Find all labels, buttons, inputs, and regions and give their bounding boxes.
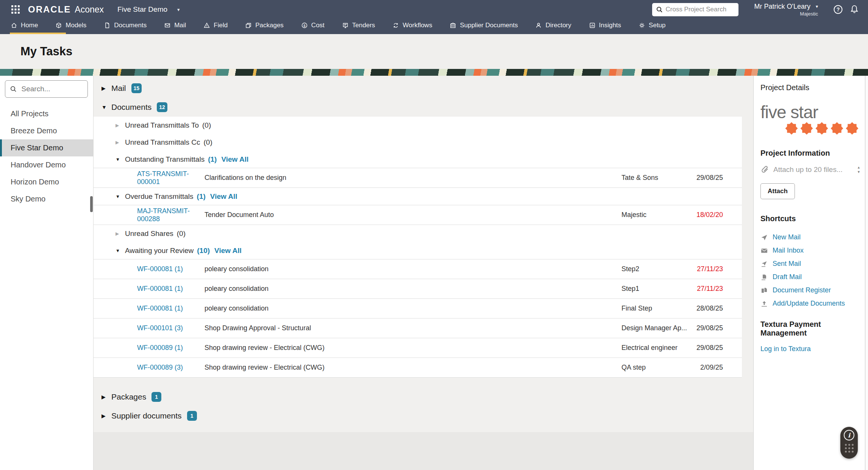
- sidebar-item-horizon-demo[interactable]: Horizon Demo: [0, 173, 93, 190]
- attach-button[interactable]: Attach: [760, 183, 795, 199]
- nav-item-packages[interactable]: Packages: [245, 17, 284, 34]
- field-warning-icon: [203, 22, 210, 29]
- sidebar-scrollbar[interactable]: [90, 196, 93, 212]
- sidebar-search[interactable]: [5, 80, 88, 98]
- shortcut-sent-mail[interactable]: Sent Mail: [773, 260, 801, 268]
- sidebar-item-breeze-demo[interactable]: Breeze Demo: [0, 122, 93, 139]
- nav-item-directory[interactable]: Directory: [535, 17, 571, 34]
- section-mail[interactable]: ▶ Mail 15: [94, 79, 753, 98]
- user-menu[interactable]: Mr Patrick O'Leary ▾ Majestic: [754, 3, 818, 17]
- app-launcher-icon[interactable]: [11, 5, 20, 14]
- subsection-label: Awaiting your Review: [125, 247, 194, 255]
- row-step: Step1: [621, 285, 693, 293]
- assistant-widget[interactable]: i: [840, 427, 858, 459]
- shortcut-document-register[interactable]: Document Register: [773, 286, 831, 294]
- subsection-unread-transmittals-cc[interactable]: ▶ Unread Transmittals Cc (0): [94, 134, 742, 151]
- textura-login-link[interactable]: Log in to Textura: [760, 345, 811, 353]
- cost-dollar-icon: $: [301, 22, 308, 29]
- project-logo-text: five star: [760, 102, 861, 122]
- nav-item-home[interactable]: Home: [11, 17, 38, 34]
- subsection-count: (1): [208, 155, 217, 164]
- section-label: Mail: [111, 84, 126, 93]
- packages-count-badge: 1: [151, 392, 161, 402]
- cross-project-search-input[interactable]: [666, 6, 735, 13]
- sidebar-item-handover-demo[interactable]: Handover Demo: [0, 156, 93, 173]
- packages-icon: [245, 22, 252, 29]
- search-icon: [656, 6, 663, 13]
- paperclip-icon: [760, 165, 770, 174]
- subsection-awaiting-your-review[interactable]: ▼ Awaiting your Review (10) View All: [94, 242, 742, 259]
- nav-item-workflows[interactable]: Workflows: [392, 17, 432, 34]
- view-all-link[interactable]: View All: [221, 155, 248, 164]
- sidebar-item-five-star-demo[interactable]: Five Star Demo: [0, 139, 93, 156]
- workflow-link[interactable]: WF-000081 (1): [137, 285, 205, 293]
- nav-label: Field: [214, 22, 228, 29]
- table-row: WF-000081 (1) poleary consolidation Step…: [94, 279, 742, 299]
- workflow-link[interactable]: WF-000089 (3): [137, 364, 205, 372]
- sent-mail-icon: [760, 260, 768, 268]
- section-supplier-documents[interactable]: ▶ Supplier documents 1: [94, 406, 753, 425]
- transmittal-link[interactable]: ATS-TRANSMIT-000001: [137, 170, 205, 186]
- notifications-bell-icon[interactable]: [850, 5, 859, 14]
- page-scrollbar[interactable]: [865, 76, 868, 470]
- subsection-overdue-transmittals[interactable]: ▼ Overdue Transmittals (1) View All: [94, 188, 742, 205]
- shortcut-add-update-documents[interactable]: Add/Update Documents: [773, 300, 845, 308]
- view-all-link[interactable]: View All: [210, 192, 237, 201]
- content-footer-area: [94, 432, 753, 470]
- subsection-unread-shares[interactable]: ▶ Unread Shares (0): [94, 225, 742, 242]
- row-step: Electrical engineer: [621, 344, 693, 352]
- section-packages[interactable]: ▶ Packages 1: [94, 387, 753, 406]
- sidebar-item-sky-demo[interactable]: Sky Demo: [0, 190, 93, 208]
- shortcut-mail-inbox[interactable]: Mail Inbox: [773, 247, 804, 255]
- cross-project-search[interactable]: [652, 3, 738, 16]
- nav-label: Home: [21, 22, 38, 29]
- nav-item-documents[interactable]: Documents: [104, 17, 147, 34]
- table-row: WF-000081 (1) poleary consolidation Fina…: [94, 299, 742, 319]
- nav-item-supplier-documents[interactable]: Supplier Documents: [450, 17, 518, 34]
- spinner-arrows-icon[interactable]: ▲▼: [857, 166, 860, 174]
- subsection-count: (0): [204, 138, 212, 147]
- directory-person-icon: [535, 22, 542, 29]
- awaiting-review-rows: WF-000081 (1) poleary consolidation Step…: [94, 259, 742, 378]
- transmittal-link[interactable]: MAJ-TRANSMIT-000288: [137, 207, 205, 223]
- view-all-link[interactable]: View All: [214, 247, 242, 255]
- table-row: ATS-TRANSMIT-000001 Clarifications on th…: [94, 168, 742, 188]
- user-organization: Majestic: [754, 11, 818, 17]
- workflow-link[interactable]: WF-000081 (1): [137, 265, 205, 273]
- nav-item-insights[interactable]: Insights: [589, 17, 621, 34]
- project-selector[interactable]: Five Star Demo ▾: [117, 5, 180, 14]
- attach-files-field[interactable]: Attach up to 20 files... ▲▼: [760, 165, 861, 174]
- subsection-count: (0): [177, 230, 186, 238]
- nav-item-models[interactable]: Models: [55, 17, 86, 34]
- workflow-link[interactable]: WF-000089 (1): [137, 344, 205, 352]
- workflow-link[interactable]: WF-000081 (1): [137, 304, 205, 312]
- chevron-down-icon: ▼: [116, 194, 125, 199]
- aconex-app: ORACLE Aconex Five Star Demo ▾ Mr Patric…: [0, 0, 868, 470]
- sidebar-item-all-projects[interactable]: All Projects: [0, 105, 93, 122]
- row-subject: poleary consolidation: [205, 265, 621, 273]
- shortcut-new-mail[interactable]: New Mail: [773, 233, 801, 241]
- subsection-label: Overdue Transmittals: [125, 192, 194, 201]
- subsection-outstanding-transmittals[interactable]: ▼ Outstanding Transmittals (1) View All: [94, 151, 742, 168]
- subsection-unread-transmittals-to[interactable]: ▶ Unread Transmittals To (0): [94, 117, 742, 134]
- project-selector-label: Five Star Demo: [117, 5, 167, 14]
- nav-item-cost[interactable]: $ Cost: [301, 17, 325, 34]
- help-icon[interactable]: ?: [833, 5, 843, 14]
- table-row: WF-000081 (1) poleary consolidation Step…: [94, 259, 742, 279]
- nav-item-mail[interactable]: Mail: [164, 17, 186, 34]
- nav-item-field[interactable]: Field: [203, 17, 228, 34]
- chevron-right-icon: ▶: [116, 231, 125, 236]
- nav-item-setup[interactable]: Setup: [639, 17, 665, 34]
- list-item: New Mail: [760, 231, 861, 244]
- workflow-link[interactable]: WF-000101 (3): [137, 324, 205, 332]
- nav-label: Cost: [311, 22, 325, 29]
- shortcut-list: New Mail Mail Inbox Sent Mail Draft Mail…: [760, 231, 861, 310]
- workflows-icon: [392, 22, 399, 29]
- section-documents[interactable]: ▼ Documents 12: [94, 98, 753, 117]
- list-item: Draft Mail: [760, 270, 861, 284]
- shortcut-draft-mail[interactable]: Draft Mail: [773, 273, 802, 281]
- row-date: 29/08/25: [693, 344, 723, 352]
- sidebar-search-input[interactable]: [22, 85, 83, 93]
- nav-item-tenders[interactable]: Tenders: [342, 17, 375, 34]
- nav-label: Supplier Documents: [460, 22, 518, 29]
